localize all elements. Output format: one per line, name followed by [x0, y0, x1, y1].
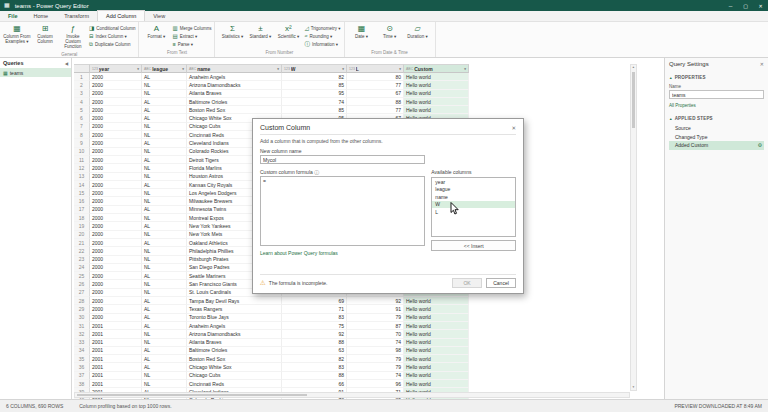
- query-name-input[interactable]: [669, 90, 764, 99]
- data-cell[interactable]: Hello world: [404, 314, 469, 322]
- row-number-cell[interactable]: 13: [74, 173, 90, 181]
- data-cell[interactable]: 70: [347, 330, 404, 338]
- filter-icon[interactable]: ▾: [464, 67, 466, 71]
- horizontal-scrollbar[interactable]: [74, 392, 630, 398]
- data-cell[interactable]: 2000: [90, 256, 142, 264]
- row-number-cell[interactable]: 10: [74, 148, 90, 156]
- data-cell[interactable]: AL: [142, 222, 187, 230]
- data-cell[interactable]: Anaheim Angels: [187, 73, 282, 81]
- data-cell[interactable]: AL: [142, 156, 187, 164]
- data-cell[interactable]: AL: [142, 139, 187, 147]
- close-button[interactable]: ✕: [753, 0, 768, 11]
- data-cell[interactable]: 82: [282, 355, 347, 363]
- horizontal-scrollbar-thumb[interactable]: [77, 394, 307, 396]
- data-cell[interactable]: NL: [142, 256, 187, 264]
- data-cell[interactable]: 2000: [90, 123, 142, 131]
- data-cell[interactable]: 2001: [90, 330, 142, 338]
- row-number-cell[interactable]: 26: [74, 280, 90, 288]
- collapse-pane-icon[interactable]: ◀: [65, 61, 68, 66]
- maximize-button[interactable]: ▢: [738, 0, 753, 11]
- data-cell[interactable]: 2000: [90, 106, 142, 114]
- data-cell[interactable]: Hello world: [404, 380, 469, 388]
- row-number-cell[interactable]: 9: [74, 139, 90, 147]
- available-column-w[interactable]: W: [432, 201, 515, 209]
- scroll-down-icon[interactable]: ▾: [631, 385, 636, 390]
- data-cell[interactable]: 2000: [90, 189, 142, 197]
- column-header-name[interactable]: ABCname▾: [187, 64, 282, 73]
- column-header-custom[interactable]: ABCCustom▾: [404, 64, 469, 73]
- new-column-name-input[interactable]: [260, 155, 425, 164]
- data-cell[interactable]: 2000: [90, 73, 142, 81]
- data-cell[interactable]: Hello world: [404, 81, 469, 89]
- data-cell[interactable]: NL: [142, 247, 187, 255]
- data-cell[interactable]: Baltimore Orioles: [187, 98, 282, 106]
- data-cell[interactable]: 2000: [90, 231, 142, 239]
- data-cell[interactable]: 92: [347, 297, 404, 305]
- data-cell[interactable]: Boston Red Sox: [187, 106, 282, 114]
- data-cell[interactable]: AL: [142, 106, 187, 114]
- applied-step-source[interactable]: Source: [669, 124, 764, 133]
- data-cell[interactable]: 2000: [90, 222, 142, 230]
- button-date[interactable]: ▦Date ▾: [348, 23, 376, 49]
- data-cell[interactable]: AL: [142, 322, 187, 330]
- button-column-from-examples[interactable]: ▦Column From Examples ▾: [3, 23, 31, 51]
- properties-section-header[interactable]: ▲ PROPERTIES: [669, 75, 764, 80]
- button-index-column[interactable]: ⊟Index Column ▾: [89, 32, 135, 40]
- data-cell[interactable]: Hello world: [404, 322, 469, 330]
- data-cell[interactable]: 2000: [90, 314, 142, 322]
- button-rounding[interactable]: ≈Rounding ▾: [304, 32, 340, 40]
- row-number-cell[interactable]: 5: [74, 106, 90, 114]
- button-time[interactable]: ⊙Time ▾: [376, 23, 404, 49]
- data-cell[interactable]: 88: [282, 339, 347, 347]
- data-cell[interactable]: NL: [142, 264, 187, 272]
- data-cell[interactable]: 67: [347, 90, 404, 98]
- column-header-w[interactable]: 123W▾: [282, 64, 347, 73]
- data-cell[interactable]: 74: [347, 339, 404, 347]
- applied-steps-section-header[interactable]: ▲ APPLIED STEPS: [669, 116, 764, 121]
- row-number-cell[interactable]: 7: [74, 123, 90, 131]
- data-cell[interactable]: 2000: [90, 272, 142, 280]
- data-cell[interactable]: 2000: [90, 181, 142, 189]
- data-cell[interactable]: Hello world: [404, 98, 469, 106]
- row-number-cell[interactable]: 14: [74, 181, 90, 189]
- filter-icon[interactable]: ▾: [342, 67, 344, 71]
- data-cell[interactable]: 87: [347, 322, 404, 330]
- data-cell[interactable]: 2000: [90, 280, 142, 288]
- data-cell[interactable]: 82: [282, 73, 347, 81]
- row-number-cell[interactable]: 21: [74, 239, 90, 247]
- data-cell[interactable]: AL: [142, 206, 187, 214]
- data-cell[interactable]: 79: [347, 314, 404, 322]
- row-number-cell[interactable]: 12: [74, 164, 90, 172]
- data-cell[interactable]: NL: [142, 189, 187, 197]
- data-cell[interactable]: 2000: [90, 173, 142, 181]
- row-number-cell[interactable]: 38: [74, 380, 90, 388]
- learn-formulas-link[interactable]: Learn about Power Query formulas: [260, 250, 425, 256]
- available-column-l[interactable]: L: [432, 208, 515, 216]
- filter-icon[interactable]: ▾: [277, 67, 279, 71]
- data-cell[interactable]: Tampa Bay Devil Rays: [187, 297, 282, 305]
- data-cell[interactable]: 2000: [90, 264, 142, 272]
- data-cell[interactable]: NL: [142, 81, 187, 89]
- data-cell[interactable]: 88: [282, 372, 347, 380]
- data-cell[interactable]: NL: [142, 330, 187, 338]
- data-cell[interactable]: 66: [282, 380, 347, 388]
- button-invoke-custom-function[interactable]: ƒInvoke Custom Function: [59, 23, 87, 51]
- cancel-button[interactable]: Cancel: [486, 278, 516, 288]
- data-cell[interactable]: NL: [142, 214, 187, 222]
- data-cell[interactable]: 2000: [90, 139, 142, 147]
- data-cell[interactable]: 2000: [90, 131, 142, 139]
- data-cell[interactable]: 77: [347, 81, 404, 89]
- data-cell[interactable]: 92: [282, 330, 347, 338]
- row-number-cell[interactable]: 6: [74, 114, 90, 122]
- data-cell[interactable]: Cincinnati Reds: [187, 380, 282, 388]
- row-number-cell[interactable]: 25: [74, 272, 90, 280]
- data-cell[interactable]: 91: [347, 305, 404, 313]
- data-cell[interactable]: Hello world: [404, 90, 469, 98]
- filter-icon[interactable]: ▾: [137, 67, 139, 71]
- data-cell[interactable]: Arizona Diamondbacks: [187, 81, 282, 89]
- data-cell[interactable]: AL: [142, 297, 187, 305]
- data-cell[interactable]: Hello world: [404, 347, 469, 355]
- data-cell[interactable]: AL: [142, 355, 187, 363]
- data-cell[interactable]: NL: [142, 380, 187, 388]
- data-cell[interactable]: 2001: [90, 347, 142, 355]
